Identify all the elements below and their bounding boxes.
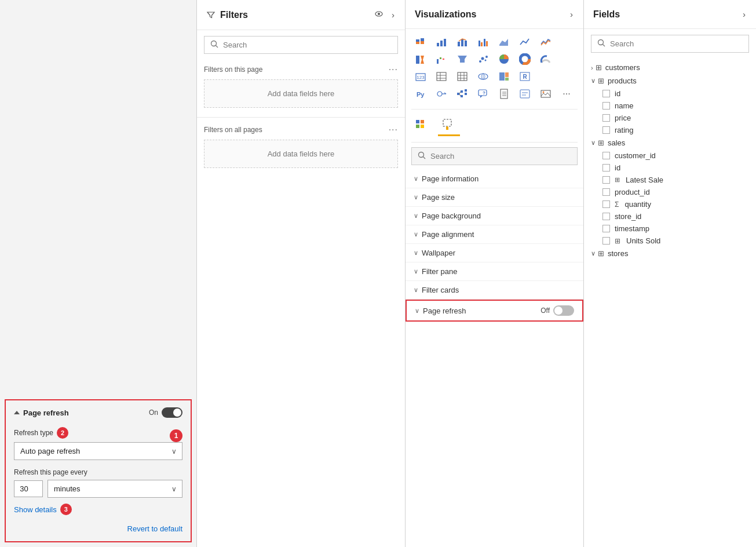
tree-child-sales-id[interactable]: id <box>584 162 756 174</box>
field-name-product-rating: rating <box>615 126 634 134</box>
viz-icon-gauge[interactable] <box>536 51 555 67</box>
svg-point-1 <box>378 13 380 15</box>
viz-icon-area[interactable] <box>495 34 513 50</box>
viz-icon-key-influencer[interactable] <box>432 86 451 102</box>
viz-search-box[interactable] <box>411 147 578 165</box>
viz-icon-scatter[interactable] <box>474 51 492 67</box>
tree-item-stores[interactable]: ∨ ⊞ stores <box>584 247 756 260</box>
tree-item-sales[interactable]: ∨ ⊞ sales <box>584 136 756 149</box>
show-details-link[interactable]: Show details <box>14 505 57 514</box>
viz-icon-smart-narrative[interactable] <box>516 86 534 102</box>
filters-collapse-button[interactable]: › <box>390 9 396 21</box>
viz-icon-treemap[interactable] <box>495 68 513 85</box>
revert-to-default-link[interactable]: Revert to default <box>127 524 182 533</box>
tree-child-store-id[interactable]: store_id <box>584 210 756 223</box>
viz-icon-python[interactable]: Py <box>411 86 430 102</box>
viz-icon-waterfall[interactable] <box>432 51 451 67</box>
filters-on-all-pages-menu-button[interactable]: ··· <box>389 125 398 135</box>
tree-child-latest-sale[interactable]: ⊞ Latest Sale <box>584 174 756 186</box>
checkbox-customer-id[interactable] <box>602 152 610 159</box>
viz-icon-more-2[interactable]: ··· <box>557 86 576 102</box>
checkbox-product-name[interactable] <box>602 102 610 110</box>
checkbox-units-sold[interactable] <box>602 237 610 245</box>
checkbox-quantity[interactable] <box>602 200 610 208</box>
viz-icon-card[interactable]: 123 <box>411 68 430 85</box>
refresh-interval-input[interactable] <box>14 480 43 497</box>
filters-on-page-menu-button[interactable]: ··· <box>389 64 398 75</box>
tree-child-timestamp[interactable]: timestamp <box>584 223 756 235</box>
viz-property-page-refresh[interactable]: ∨ Page refresh Off <box>406 300 583 322</box>
filters-eye-button[interactable] <box>373 8 385 21</box>
page-refresh-viz-toggle[interactable] <box>553 305 574 316</box>
viz-collapse-button[interactable]: › <box>569 8 574 20</box>
minutes-select-wrapper[interactable]: minutes seconds hours ∨ <box>48 480 182 498</box>
svg-rect-59 <box>465 93 467 95</box>
toggle-on-area[interactable]: On <box>149 407 182 418</box>
viz-panel: Visualizations › <box>406 0 584 547</box>
tree-child-customer-id[interactable]: customer_id <box>584 149 756 162</box>
viz-property-page-alignment[interactable]: ∨ Page alignment <box>406 225 583 244</box>
refresh-type-select-wrapper[interactable]: Auto page refresh Change detection ∨ <box>14 442 182 460</box>
viz-icon-image[interactable] <box>536 86 555 102</box>
checkbox-product-id[interactable] <box>602 90 610 97</box>
page-refresh-toggle[interactable] <box>162 407 182 418</box>
viz-icon-paginated[interactable] <box>495 86 513 102</box>
checkbox-product-rating[interactable] <box>602 126 610 134</box>
viz-icon-decomp-tree[interactable] <box>453 86 472 102</box>
viz-icon-clustered-bar[interactable] <box>474 34 492 50</box>
interval-unit-select[interactable]: minutes seconds hours <box>48 480 182 498</box>
tree-child-product-name[interactable]: name <box>584 100 756 112</box>
page-refresh-header: Page refresh On <box>14 407 182 418</box>
tree-child-units-sold[interactable]: ⊞ Units Sold <box>584 235 756 247</box>
svg-rect-77 <box>421 125 424 128</box>
tree-item-products[interactable]: ∨ ⊞ products <box>584 74 756 87</box>
viz-icon-more-1[interactable] <box>536 34 555 50</box>
checkbox-latest-sale[interactable] <box>602 176 610 184</box>
viz-icon-matrix[interactable] <box>453 68 472 85</box>
fields-search-box[interactable] <box>591 35 749 53</box>
viz-search-input[interactable] <box>430 152 571 161</box>
tree-child-product-id[interactable]: id <box>584 87 756 100</box>
filters-on-all-pages-add-fields[interactable]: Add data fields here <box>204 140 398 168</box>
viz-icon-bar[interactable] <box>432 34 451 50</box>
viz-tab-color[interactable] <box>411 115 433 136</box>
viz-row-4: Py ? ··· <box>411 86 578 102</box>
checkbox-timestamp[interactable] <box>602 225 610 232</box>
fields-search-input[interactable] <box>610 39 743 48</box>
tree-item-customers[interactable]: › ⊞ customers <box>584 61 756 74</box>
viz-icon-qa[interactable]: ? <box>474 86 492 102</box>
fields-collapse-button[interactable]: › <box>742 8 747 20</box>
viz-tab-format[interactable] <box>438 115 460 136</box>
viz-icon-ribbon[interactable] <box>411 51 430 67</box>
viz-icon-donut[interactable] <box>516 51 534 67</box>
svg-point-27 <box>485 60 487 61</box>
checkbox-store-id[interactable] <box>602 213 610 220</box>
viz-icon-r-icon[interactable]: R <box>516 68 534 85</box>
viz-property-page-information[interactable]: ∨ Page information <box>406 170 583 188</box>
viz-property-wallpaper[interactable]: ∨ Wallpaper <box>406 244 583 262</box>
viz-icon-line[interactable] <box>516 34 534 50</box>
viz-property-page-background[interactable]: ∨ Page background <box>406 207 583 225</box>
viz-icon-stacked-bar[interactable] <box>411 34 430 50</box>
filters-search-input[interactable] <box>223 41 392 49</box>
viz-property-filter-pane[interactable]: ∨ Filter pane <box>406 262 583 281</box>
viz-icon-map[interactable] <box>474 68 492 85</box>
filters-search-box[interactable] <box>204 36 398 54</box>
tree-child-product-rating[interactable]: rating <box>584 124 756 136</box>
tree-child-product-id-sales[interactable]: product_id <box>584 186 756 198</box>
viz-icon-pie[interactable] <box>495 51 513 67</box>
refresh-type-select[interactable]: Auto page refresh Change detection <box>14 442 182 460</box>
viz-icon-funnel[interactable] <box>453 51 472 67</box>
tree-child-product-price[interactable]: price <box>584 112 756 124</box>
checkbox-sales-id[interactable] <box>602 164 610 172</box>
viz-icon-line-bar[interactable] <box>453 34 472 50</box>
checkbox-product-id-sales[interactable] <box>602 188 610 196</box>
viz-icon-table[interactable] <box>432 68 451 85</box>
page-refresh-viz-toggle-area[interactable]: Off <box>540 305 574 316</box>
viz-property-page-size[interactable]: ∨ Page size <box>406 188 583 207</box>
viz-property-filter-cards[interactable]: ∨ Filter cards <box>406 281 583 300</box>
checkbox-product-price[interactable] <box>602 114 610 122</box>
filters-on-page-add-fields[interactable]: Add data fields here <box>204 79 398 108</box>
tree-child-quantity[interactable]: Σ quantity <box>584 198 756 210</box>
chevron-down-icon: ∨ <box>414 212 418 220</box>
